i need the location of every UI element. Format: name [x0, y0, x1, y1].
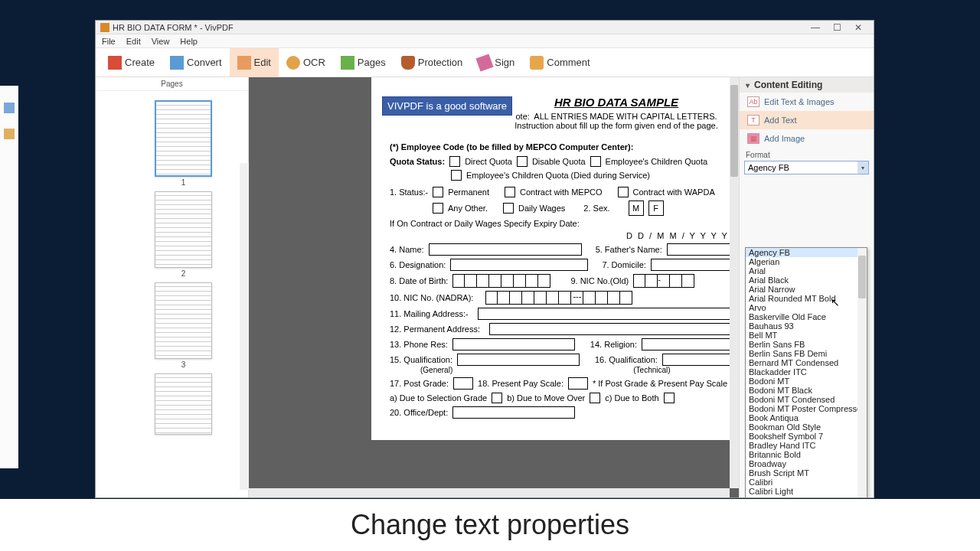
- minimize-button[interactable]: —: [805, 21, 826, 34]
- font-option[interactable]: Berlin Sans FB: [746, 340, 867, 349]
- qual-gen-field[interactable]: [457, 354, 580, 366]
- sel-b-check[interactable]: [590, 393, 600, 403]
- nic-nadra-cells[interactable]: ---: [485, 291, 632, 305]
- page-thumb-2[interactable]: [155, 191, 212, 268]
- ocr-button[interactable]: OCR: [279, 48, 333, 77]
- font-option[interactable]: Berlin Sans FB Demi: [746, 349, 867, 358]
- font-option[interactable]: Baskerville Old Face: [746, 312, 867, 321]
- font-option[interactable]: Bookshelf Symbol 7: [746, 432, 867, 441]
- font-option[interactable]: Agency FB: [746, 248, 867, 257]
- font-option[interactable]: Book Antiqua: [746, 413, 867, 422]
- page-thumb-4[interactable]: [155, 373, 212, 435]
- status-mepco-check[interactable]: [505, 187, 515, 197]
- doc-vscroll[interactable]: [730, 77, 739, 488]
- font-option[interactable]: Calibri: [746, 478, 867, 487]
- status-other-check[interactable]: [433, 203, 443, 214]
- app-icon: [100, 23, 109, 32]
- font-option[interactable]: Broadway: [746, 459, 867, 468]
- text-edit-box[interactable]: VIVPDF is a good software: [382, 96, 512, 116]
- protection-button[interactable]: Protection: [394, 48, 471, 77]
- font-option[interactable]: Arial Black: [746, 276, 867, 285]
- font-option[interactable]: Bodoni MT Poster Compressed: [746, 404, 867, 413]
- quota-disable-check[interactable]: [517, 156, 528, 167]
- doc-hscroll[interactable]: [249, 488, 730, 497]
- office-field[interactable]: [452, 406, 575, 419]
- font-dropdown-scrollbar[interactable]: [858, 248, 867, 497]
- comment-button[interactable]: Comment: [522, 48, 597, 77]
- page-thumb-3[interactable]: [155, 282, 212, 359]
- font-option[interactable]: Bell MT: [746, 331, 867, 340]
- quota-emp-children-check[interactable]: [590, 156, 601, 167]
- font-option[interactable]: Britannic Bold: [746, 450, 867, 459]
- menubar: File Edit View Help: [96, 34, 874, 48]
- font-option[interactable]: Bernard MT Condensed: [746, 358, 867, 367]
- menu-edit[interactable]: Edit: [126, 37, 141, 46]
- window-title: HR BIO DATA FORM * - VivPDF: [113, 23, 234, 32]
- main-toolbar: Create Convert Edit OCR Pages Protection…: [96, 48, 874, 77]
- mailing-field[interactable]: [478, 308, 739, 320]
- font-option[interactable]: Californian FB: [746, 496, 867, 497]
- dob-cells[interactable]: [452, 274, 550, 288]
- shield-icon: [401, 56, 415, 70]
- pages-icon: [341, 56, 354, 70]
- font-option[interactable]: Brush Script MT: [746, 468, 867, 478]
- father-field[interactable]: [667, 243, 739, 256]
- font-option[interactable]: Calibri Light: [746, 487, 867, 496]
- status-daily-check[interactable]: [503, 203, 514, 214]
- sel-a-check[interactable]: [492, 393, 502, 403]
- convert-button[interactable]: Convert: [162, 48, 230, 77]
- page-tool-icon[interactable]: [4, 103, 15, 113]
- font-option[interactable]: Arial: [746, 266, 867, 276]
- content-editing-header[interactable]: Content Editing: [740, 77, 874, 93]
- font-option[interactable]: Arial Narrow: [746, 285, 867, 294]
- sel-c-check[interactable]: [664, 393, 675, 403]
- font-option[interactable]: Bodoni MT: [746, 377, 867, 386]
- page-thumb-1[interactable]: [155, 100, 212, 177]
- pages-button[interactable]: Pages: [333, 48, 394, 77]
- designation-field[interactable]: [450, 259, 588, 271]
- font-option[interactable]: Bookman Old Style: [746, 422, 867, 432]
- postgrade-field[interactable]: [453, 377, 473, 390]
- domicile-field[interactable]: [651, 259, 739, 271]
- menu-file[interactable]: File: [102, 37, 116, 46]
- quota-direct-check[interactable]: [449, 156, 460, 167]
- name-field[interactable]: [429, 243, 582, 256]
- qual-tech-field[interactable]: [662, 354, 739, 366]
- font-option[interactable]: Bauhaus 93: [746, 321, 867, 331]
- font-option[interactable]: Arvo: [746, 303, 867, 312]
- font-option[interactable]: Algerian: [746, 257, 867, 266]
- religion-field[interactable]: [642, 338, 739, 350]
- edit-text-images[interactable]: AbEdit Text & Images: [740, 93, 874, 111]
- status-permanent-check[interactable]: [433, 187, 443, 197]
- add-text[interactable]: TAdd Text: [740, 111, 874, 129]
- maximize-button[interactable]: ☐: [826, 21, 848, 34]
- close-button[interactable]: ✕: [848, 21, 869, 34]
- font-dropdown[interactable]: Agency FBAlgerianArialArial BlackArial N…: [745, 247, 867, 497]
- create-icon: [108, 56, 122, 70]
- edit-button[interactable]: Edit: [230, 48, 279, 77]
- document-viewport[interactable]: HR BIO DATA SAMPLE ote: ALL ENTRIES MADE…: [249, 77, 739, 497]
- status-wapda-check[interactable]: [618, 187, 629, 197]
- font-option[interactable]: Bradley Hand ITC: [746, 441, 867, 450]
- menu-view[interactable]: View: [152, 37, 170, 46]
- payscale-field[interactable]: [568, 377, 588, 390]
- sign-button[interactable]: Sign: [470, 48, 522, 77]
- thumbnail-list: 1 2 3: [119, 91, 248, 441]
- menu-help[interactable]: Help: [180, 37, 198, 46]
- thumbs-scrollbar[interactable]: [240, 163, 249, 490]
- bookmark-tool-icon[interactable]: [4, 129, 15, 139]
- font-select[interactable]: Agency FB ▾: [744, 161, 869, 174]
- create-button[interactable]: Create: [100, 48, 162, 77]
- sex-f[interactable]: F: [648, 201, 664, 216]
- quota-died-check[interactable]: [451, 170, 462, 181]
- nic-old-cells[interactable]: -: [633, 274, 694, 288]
- add-image[interactable]: ▦Add Image: [740, 129, 874, 148]
- pages-panel-header: Pages: [96, 77, 248, 91]
- font-option[interactable]: Bodoni MT Condensed: [746, 395, 867, 404]
- font-option[interactable]: Arial Rounded MT Bold: [746, 294, 867, 303]
- perm-field[interactable]: [489, 323, 739, 335]
- font-option[interactable]: Blackadder ITC: [746, 367, 867, 377]
- phone-field[interactable]: [452, 338, 575, 350]
- sex-m[interactable]: M: [629, 201, 644, 216]
- font-option[interactable]: Bodoni MT Black: [746, 386, 867, 395]
